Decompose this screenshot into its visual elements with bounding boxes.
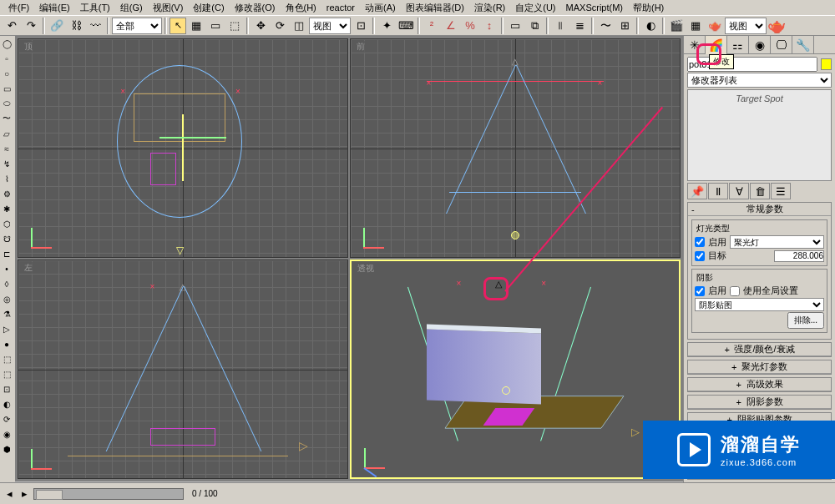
utilities-tab-icon[interactable]: 🔧 <box>792 36 814 54</box>
align-icon[interactable]: ⫴ <box>551 17 569 35</box>
reactor-util6-icon[interactable]: ◉ <box>0 426 13 441</box>
motion-tab-icon[interactable]: ◉ <box>749 36 771 54</box>
link-icon[interactable]: 🔗 <box>48 17 66 35</box>
undo-icon[interactable]: ↶ <box>3 17 21 35</box>
reactor-util2-icon[interactable]: ⬚ <box>0 366 13 381</box>
modifier-stack[interactable]: Target Spot <box>687 89 832 181</box>
reactor-util5-icon[interactable]: ⟳ <box>0 411 13 426</box>
move-tool-icon[interactable]: ✥ <box>251 17 270 35</box>
rollout-header[interactable]: -常规参数 <box>688 203 831 216</box>
modifier-stack-item[interactable]: Target Spot <box>688 90 831 107</box>
scale-tool-icon[interactable]: ◫ <box>290 17 308 35</box>
curve-editor-icon[interactable]: 〜 <box>596 17 615 35</box>
menu-create[interactable]: 创建(C) <box>188 0 229 16</box>
exclude-button[interactable]: 排除... <box>787 312 824 329</box>
menu-graph-editors[interactable]: 图表编辑器(D) <box>401 0 469 16</box>
modify-tab-icon[interactable]: 🌈 <box>706 36 727 54</box>
select-tool-icon[interactable]: ↖ <box>170 18 186 34</box>
reactor-water-icon[interactable]: ≈ <box>0 141 13 156</box>
timeline-next-icon[interactable]: ▸ <box>18 488 30 500</box>
reactor-motor-icon[interactable]: ⚙ <box>0 186 13 201</box>
snap-2d-icon[interactable]: ² <box>423 17 441 35</box>
reactor-rope-icon[interactable]: 〜 <box>0 111 13 126</box>
reactor-point-icon[interactable]: • <box>0 261 13 276</box>
reactor-prismatic-icon[interactable]: ◊ <box>0 276 13 291</box>
menu-reactor[interactable]: reactor <box>321 1 360 14</box>
rollout-intensity[interactable]: +强度/颜色/衰减 <box>688 343 831 356</box>
render-last-icon[interactable]: 🫖 <box>767 17 786 35</box>
rotate-tool-icon[interactable]: ⟳ <box>271 17 289 35</box>
reactor-preview-icon[interactable]: ▷ <box>0 321 13 336</box>
snap-angle-icon[interactable]: ∠ <box>442 17 460 35</box>
pivot-center-icon[interactable]: ⊡ <box>352 17 370 35</box>
viewport-front[interactable]: 前 × × △ <box>350 38 681 258</box>
menu-group[interactable]: 组(G) <box>115 0 148 16</box>
menu-character[interactable]: 角色(H) <box>281 0 321 16</box>
object-name-field[interactable] <box>687 57 817 72</box>
reactor-util1-icon[interactable]: ⬚ <box>0 351 13 366</box>
make-unique-icon[interactable]: ∀ <box>729 183 749 199</box>
render-scene-icon[interactable]: 🎬 <box>667 17 686 35</box>
reactor-wind-icon[interactable]: ↯ <box>0 156 13 171</box>
reactor-spring-icon[interactable]: ⌇ <box>0 171 13 186</box>
configure-sets-icon[interactable]: ☰ <box>771 183 791 199</box>
rollout-spotlight-params[interactable]: +聚光灯参数 <box>688 360 831 374</box>
menu-tools[interactable]: 工具(T) <box>75 0 115 16</box>
ref-coord-dropdown[interactable]: 视图 <box>309 18 351 34</box>
select-region-icon[interactable]: ▭ <box>206 17 225 35</box>
mirror-icon[interactable]: ⧉ <box>525 17 544 35</box>
reactor-analyze-icon[interactable]: ⚗ <box>0 306 13 321</box>
manipulate-icon[interactable]: ✦ <box>377 17 396 35</box>
named-selection-icon[interactable]: ▭ <box>506 17 524 35</box>
viewport-left[interactable]: 左 × △ ▷ <box>18 260 348 479</box>
rollout-advanced-effects[interactable]: +高级效果 <box>688 378 831 391</box>
unlink-icon[interactable]: ⛓ <box>67 17 85 35</box>
selection-filter-dropdown[interactable]: 全部 <box>112 18 162 34</box>
display-tab-icon[interactable]: 🖵 <box>771 36 792 54</box>
reactor-util7-icon[interactable]: ⬢ <box>0 441 13 456</box>
rollout-shadow-params[interactable]: +阴影参数 <box>688 396 831 409</box>
menu-edit[interactable]: 编辑(E) <box>34 0 75 16</box>
render-view-dropdown[interactable]: 视图 <box>725 18 767 34</box>
object-color-swatch[interactable] <box>821 58 832 70</box>
menu-rendering[interactable]: 渲染(R) <box>469 0 510 16</box>
reactor-toy-icon[interactable]: ✱ <box>0 201 13 216</box>
shadow-enable-checkbox[interactable] <box>695 286 705 296</box>
snap-percent-icon[interactable]: % <box>461 17 479 35</box>
schematic-view-icon[interactable]: ⊞ <box>615 17 634 35</box>
time-slider[interactable] <box>33 488 184 500</box>
select-by-name-icon[interactable]: ▦ <box>187 17 205 35</box>
timeline-prev-icon[interactable]: ◂ <box>3 488 15 500</box>
keyboard-shortcut-icon[interactable]: ⌨ <box>397 17 415 35</box>
layers-icon[interactable]: ≣ <box>570 17 589 35</box>
spinner-snap-icon[interactable]: ↕ <box>480 17 498 35</box>
reactor-util4-icon[interactable]: ◐ <box>0 396 13 411</box>
menu-file[interactable]: 件(F) <box>3 0 34 16</box>
global-settings-checkbox[interactable] <box>730 286 740 296</box>
reactor-cloth-icon[interactable]: ▱ <box>0 126 13 141</box>
reactor-create-icon[interactable]: ◯ <box>0 36 13 51</box>
reactor-ragdoll-icon[interactable]: ☋ <box>0 231 13 246</box>
reactor-sphere-icon[interactable]: ○ <box>0 66 13 81</box>
material-editor-icon[interactable]: ◐ <box>641 17 660 35</box>
reactor-fracture-icon[interactable]: ⬡ <box>0 216 13 231</box>
render-type-icon[interactable]: ▦ <box>686 17 705 35</box>
menu-views[interactable]: 视图(V) <box>148 0 189 16</box>
reactor-carwheel-icon[interactable]: ◎ <box>0 291 13 306</box>
remove-modifier-icon[interactable]: 🗑 <box>750 183 770 199</box>
menu-modifiers[interactable]: 修改器(O) <box>230 0 281 16</box>
viewport-perspective[interactable]: 透视 × × △ ▷ <box>350 260 681 479</box>
bind-spacewarp-icon[interactable]: 〰 <box>86 17 104 35</box>
menu-animation[interactable]: 动画(A) <box>360 0 401 16</box>
reactor-cylinder-icon[interactable]: ⬭ <box>0 96 13 111</box>
modifier-list-dropdown[interactable]: 修改器列表 <box>687 73 832 88</box>
reactor-util3-icon[interactable]: ⊡ <box>0 381 13 396</box>
viewport-top[interactable]: 顶 × × <box>18 38 348 258</box>
spotlight-object[interactable]: △ <box>495 279 505 289</box>
quick-render-icon[interactable]: 🫖 <box>706 17 724 35</box>
light-type-dropdown[interactable]: 聚光灯 <box>730 235 824 249</box>
reactor-box-icon[interactable]: ▫ <box>0 51 13 66</box>
menu-help[interactable]: 帮助(H) <box>628 0 669 16</box>
reactor-plane-icon[interactable]: ▭ <box>0 81 13 96</box>
reactor-hinge-icon[interactable]: ⊏ <box>0 246 13 261</box>
